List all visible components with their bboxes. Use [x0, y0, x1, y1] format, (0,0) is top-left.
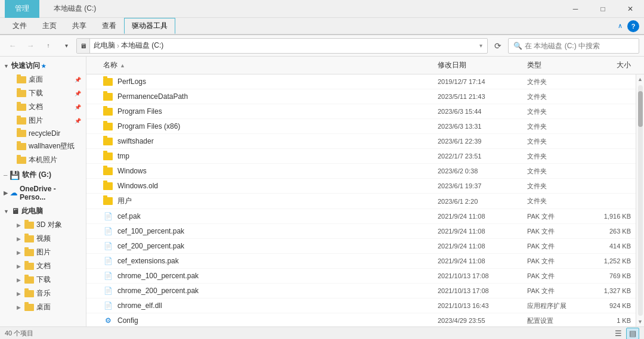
column-header-type[interactable]: 类型 — [522, 59, 582, 71]
sidebar-item-label: 下载 — [36, 275, 51, 285]
ribbon-tab-share[interactable]: 共享 — [64, 18, 94, 34]
file-type-cell: 文件夹 — [522, 195, 582, 207]
scroll-thumb[interactable] — [638, 91, 643, 127]
search-input[interactable] — [525, 42, 634, 50]
table-row[interactable]: tmp 2022/1/7 23:51 文件夹 — [86, 149, 636, 164]
ribbon-tab-view[interactable]: 查看 — [94, 18, 124, 34]
sidebar-item-recycledir[interactable]: recycleDir — [5, 127, 86, 139]
file-type-cell: PAK 文件 — [522, 270, 582, 282]
nav-forward-button[interactable]: → — [23, 38, 38, 54]
collapse-arrow: ▶ — [17, 277, 21, 283]
crumb-this-pc[interactable]: 此电脑 — [94, 41, 115, 51]
manage-tab[interactable]: 管理 — [5, 0, 39, 18]
sidebar-item-documents[interactable]: 文档 📌 — [5, 100, 86, 114]
sort-arrow-icon: ▲ — [120, 63, 125, 69]
sidebar-item-desktop[interactable]: 桌面 📌 — [5, 73, 86, 86]
file-name-cell: PerfLogs — [98, 76, 433, 88]
table-row[interactable]: 📄 chrome_200_percent.pak 2021/10/13 17:0… — [86, 284, 636, 298]
file-type-cell: 文件夹 — [522, 136, 582, 147]
file-date-cell: 2021/9/24 11:08 — [433, 241, 522, 251]
table-row[interactable]: swiftshader 2023/6/1 22:39 文件夹 — [86, 134, 636, 149]
maximize-button[interactable]: □ — [589, 0, 617, 18]
table-row[interactable]: 用户 2023/6/1 2:20 文件夹 — [86, 194, 636, 209]
crumb-local-disk[interactable]: 本地磁盘 (C:) — [121, 41, 163, 51]
sidebar-item-desktop-pc[interactable]: ▶ 桌面 — [5, 300, 86, 314]
table-row[interactable]: Program Files 2023/6/3 15:44 文件夹 — [86, 104, 636, 119]
view-details-button[interactable]: ▤ — [626, 328, 639, 340]
ribbon-tab-drive-tools[interactable]: 驱动器工具 — [124, 18, 175, 34]
file-name-cell: 用户 — [98, 195, 433, 207]
table-row[interactable]: 📄 cef_200_percent.pak 2021/9/24 11:08 PA… — [86, 239, 636, 254]
file-name: tmp — [117, 152, 129, 160]
file-type-cell: 文件夹 — [522, 106, 582, 117]
sidebar-onedrive-header[interactable]: ▶ ☁ OneDrive - Perso... — [0, 183, 86, 203]
sidebar-item-3d-objects[interactable]: ▶ 3D 对象 — [5, 218, 86, 232]
sidebar-quick-access-header[interactable]: ▼ 快速访问 ★ — [0, 59, 86, 73]
table-row[interactable]: Program Files (x86) 2023/6/3 13:31 文件夹 — [86, 119, 636, 134]
sidebar-item-pictures-pc[interactable]: ▶ 图片 — [5, 245, 86, 259]
ribbon-collapse[interactable]: ∧ — [618, 22, 623, 30]
collapse-arrow: ▶ — [17, 250, 21, 256]
table-row[interactable]: PerfLogs 2019/12/7 17:14 文件夹 — [86, 74, 636, 89]
file-type-cell: 配置设置 — [522, 315, 582, 326]
ribbon: 文件 主页 共享 查看 驱动器工具 ∧ ? — [0, 18, 644, 35]
table-row[interactable]: Windows.old 2023/6/1 19:37 文件夹 — [86, 179, 636, 194]
view-list-button[interactable]: ☰ — [612, 328, 625, 340]
sidebar-item-videos[interactable]: ▶ 视频 — [5, 232, 86, 245]
scroll-down-button[interactable]: ▼ — [636, 317, 645, 326]
column-header-name[interactable]: 名称 ▲ — [98, 59, 433, 71]
file-name: 用户 — [117, 196, 132, 206]
refresh-button[interactable]: ⟳ — [490, 38, 506, 54]
file-size-cell — [582, 80, 636, 83]
ribbon-tab-file[interactable]: 文件 — [5, 18, 35, 34]
scroll-up-button[interactable]: ▲ — [636, 74, 645, 84]
close-button[interactable]: ✕ — [617, 0, 644, 18]
table-row[interactable]: PermanenceDataPath 2023/5/11 21:43 文件夹 — [86, 89, 636, 104]
nav-dropdown-button[interactable]: ▾ — [58, 38, 74, 54]
sidebar-item-wallhaven[interactable]: wallhaven壁纸 — [5, 139, 86, 153]
table-row[interactable]: 📄 chrome_100_percent.pak 2021/10/13 17:0… — [86, 269, 636, 284]
folder-icon — [24, 263, 34, 270]
collapse-arrow: ▶ — [17, 291, 21, 297]
ribbon-tab-home[interactable]: 主页 — [35, 18, 64, 34]
help-button[interactable]: ? — [627, 20, 639, 32]
nav-back-button[interactable]: ← — [5, 38, 20, 54]
sidebar-item-label: 下载 — [29, 88, 43, 98]
table-row[interactable]: 📄 cef_100_percent.pak 2021/9/24 11:08 PA… — [86, 224, 636, 239]
sidebar-item-pictures[interactable]: 图片 📌 — [5, 114, 86, 127]
nav-up-arrow-button[interactable]: ↑ — [41, 38, 56, 54]
triangle-icon: ▼ — [4, 63, 9, 69]
minimize-button[interactable]: ─ — [562, 0, 589, 18]
sidebar-item-documents-pc[interactable]: ▶ 文档 — [5, 259, 86, 273]
table-row[interactable]: 📄 cef_extensions.pak 2021/9/24 11:08 PAK… — [86, 254, 636, 269]
sidebar-item-music[interactable]: ▶ 音乐 — [5, 287, 86, 300]
window-controls: ─ □ ✕ — [562, 0, 644, 18]
sidebar-item-local-photos[interactable]: 本机照片 — [5, 153, 86, 167]
sidebar-item-downloads-pc[interactable]: ▶ 下载 — [5, 273, 86, 287]
address-path-icon[interactable]: 🖥 — [77, 39, 90, 53]
address-dropdown-btn[interactable]: ▾ — [474, 39, 487, 53]
table-row[interactable]: 📄 chrome_elf.dll 2021/10/13 16:43 应用程序扩展… — [86, 298, 636, 313]
column-header-size[interactable]: 大小 — [582, 59, 636, 71]
file-name: chrome_200_percent.pak — [117, 287, 199, 295]
collapse-arrow: ▶ — [17, 222, 21, 228]
sidebar-item-label: 3D 对象 — [36, 220, 62, 230]
file-icon: 📄 — [103, 286, 113, 296]
table-row[interactable]: Windows 2023/6/2 0:38 文件夹 — [86, 164, 636, 179]
file-date-cell: 2021/9/24 11:08 — [433, 212, 522, 221]
file-size-cell: 1 KB — [582, 316, 636, 325]
address-path-container[interactable]: 🖥 此电脑 › 本地磁盘 (C:) ▾ — [76, 38, 488, 54]
file-name-cell: 📄 cef_extensions.pak — [98, 255, 433, 267]
sidebar-item-downloads[interactable]: 下载 📌 — [5, 86, 86, 100]
quick-access-label: 快速访问 — [11, 61, 40, 71]
file-date-cell: 2022/1/7 23:51 — [433, 151, 522, 161]
collapse-arrow: ▶ — [17, 304, 21, 310]
scroll-track[interactable] — [638, 85, 643, 316]
table-row[interactable]: ⚙ Config 2023/4/29 23:55 配置设置 1 KB — [86, 313, 636, 326]
file-icon — [103, 77, 113, 86]
sidebar-drive-g-header[interactable]: ─ 💾 软件 (G:) — [0, 168, 86, 182]
file-size-cell: 769 KB — [582, 271, 636, 281]
table-row[interactable]: 📄 cef.pak 2021/9/24 11:08 PAK 文件 1,916 K… — [86, 209, 636, 224]
sidebar-this-pc-header[interactable]: ▼ 🖥 此电脑 — [0, 204, 86, 218]
column-header-date[interactable]: 修改日期 — [433, 59, 522, 71]
